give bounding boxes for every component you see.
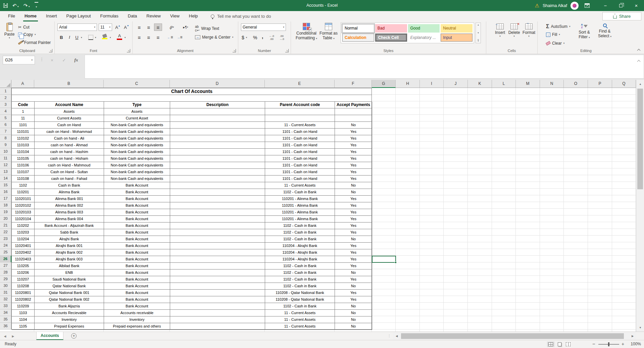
style-calculation[interactable]: Calculation <box>342 34 374 42</box>
cell-A29[interactable]: 110207 <box>12 276 35 283</box>
cell-C13[interactable]: Non-bank Cash and equivalents <box>104 169 170 176</box>
zoom-slider[interactable] <box>598 344 619 345</box>
cell-F6[interactable]: No <box>335 122 372 129</box>
tell-me-box[interactable]: Tell me what you want to do <box>211 11 271 21</box>
borders-dropdown-icon[interactable]: ▾ <box>95 36 96 39</box>
row-header-22[interactable]: 22 <box>0 229 11 236</box>
cell-D29[interactable] <box>170 276 265 283</box>
cell-A24[interactable]: 11020401 <box>12 243 35 249</box>
cell-D23[interactable] <box>170 236 265 243</box>
insert-function-icon[interactable]: fx <box>71 56 81 64</box>
row-header-18[interactable]: 18 <box>0 202 11 209</box>
cell-C35[interactable]: Inventory <box>104 316 170 323</box>
column-header-H[interactable]: H <box>396 80 420 88</box>
formula-bar-expand-icon[interactable] <box>637 60 641 62</box>
gallery-more-icon[interactable]: ▾ <box>478 39 479 42</box>
cell-A4[interactable]: 1 <box>12 108 35 115</box>
cell-D21[interactable] <box>170 222 265 229</box>
cell-B8[interactable]: Cash on hand - Ali <box>35 135 104 142</box>
number-format-select[interactable]: General▾ <box>241 23 286 31</box>
format-cells-button[interactable]: ↔ Format▾ <box>522 23 536 38</box>
cell-B32[interactable]: Qatar National Bank 002 <box>35 296 104 303</box>
cell-D17[interactable] <box>170 196 265 202</box>
cell-E20[interactable]: 110201 - Alinma Bank <box>265 216 335 222</box>
scroll-left-icon[interactable]: ◀ <box>393 332 400 340</box>
menu-tab-formulas[interactable]: Formulas <box>96 11 123 21</box>
format-dropdown-icon[interactable]: ▾ <box>528 35 530 38</box>
style-check-cell[interactable]: Check Cell <box>375 34 407 42</box>
align-center-button[interactable]: ≡ <box>145 34 153 41</box>
cell-B22[interactable]: Sabb Bank <box>35 229 104 236</box>
cell-A34[interactable]: 1103 <box>12 310 35 316</box>
menu-tab-view[interactable]: View <box>165 11 184 21</box>
cell-B28[interactable]: ENB <box>35 269 104 276</box>
cell-B35[interactable]: Inventory <box>35 316 104 323</box>
cell-C34[interactable]: Accounts receivable <box>104 310 170 316</box>
cell-A8[interactable]: 110102 <box>12 135 35 142</box>
cell-F26[interactable]: Yes <box>335 256 372 263</box>
cell-B30[interactable]: Qatar National Bank <box>35 283 104 290</box>
cell-A15[interactable]: 1102 <box>12 182 35 189</box>
cell-F25[interactable]: Yes <box>335 249 372 256</box>
cell-D7[interactable] <box>170 129 265 135</box>
cell-C4[interactable]: Assets <box>104 108 170 115</box>
clear-button[interactable]: Clear▾ <box>546 41 564 46</box>
number-format-dropdown-icon[interactable]: ▾ <box>283 26 284 29</box>
cell-D6[interactable] <box>170 122 265 129</box>
cell-D34[interactable] <box>170 310 265 316</box>
cell-D9[interactable] <box>170 142 265 149</box>
autosum-dropdown-icon[interactable]: ▾ <box>569 25 571 28</box>
column-header-D[interactable]: D <box>170 80 265 88</box>
prev-sheet-icon[interactable]: ◀ <box>1 332 9 340</box>
grow-font-button[interactable]: A▲ <box>114 23 122 31</box>
column-header-G[interactable]: G <box>372 80 396 88</box>
column-header-L[interactable]: L <box>492 80 516 88</box>
cell-C6[interactable]: Non-bank Cash and equivalents <box>104 122 170 129</box>
cell-D33[interactable] <box>170 303 265 310</box>
menu-tab-review[interactable]: Review <box>142 11 165 21</box>
increase-indent-button[interactable]: →≡ <box>176 34 184 41</box>
cell-B5[interactable]: Current Assets <box>35 115 104 122</box>
fill-handle[interactable] <box>395 261 397 263</box>
row-header-31[interactable]: 31 <box>0 289 11 296</box>
cell-A23[interactable]: 110204 <box>12 236 35 243</box>
row-header-7[interactable]: 7 <box>0 128 11 135</box>
cell-A28[interactable]: 110206 <box>12 269 35 276</box>
cell-B31[interactable]: Qatar National Bank 001 <box>35 290 104 296</box>
zoom-slider-thumb[interactable] <box>608 342 609 346</box>
cell-D25[interactable] <box>170 249 265 256</box>
menu-tab-data[interactable]: Data <box>123 11 142 21</box>
row-header-4[interactable]: 4 <box>0 108 11 115</box>
row-header-25[interactable]: 25 <box>0 249 11 256</box>
decrease-indent-button[interactable]: ←≡ <box>166 34 174 41</box>
scroll-right-icon[interactable]: ▶ <box>629 332 636 340</box>
cell-C36[interactable]: Prepaid expenses and others <box>104 323 170 330</box>
zoom-level[interactable]: 100% <box>627 340 641 348</box>
zoom-in-icon[interactable]: + <box>622 340 624 348</box>
menu-tab-home[interactable]: Home <box>20 11 41 21</box>
column-header-I[interactable]: I <box>420 80 444 88</box>
bold-button[interactable]: B <box>57 34 65 41</box>
cell-E35[interactable]: 11 - Current Assets <box>265 316 335 323</box>
row-header-21[interactable]: 21 <box>0 222 11 229</box>
column-header-M[interactable]: M <box>516 80 540 88</box>
cell-F17[interactable]: Yes <box>335 196 372 202</box>
cell-B24[interactable]: Alrajhi Bank 001 <box>35 243 104 249</box>
font-color-button[interactable]: A <box>115 33 124 41</box>
style-normal[interactable]: Normal <box>342 24 374 33</box>
cell-B4[interactable]: Assets <box>35 108 104 115</box>
ribbon-display-options-icon[interactable] <box>585 3 590 8</box>
row-header-29[interactable]: 29 <box>0 276 11 283</box>
cell-A13[interactable]: 110107 <box>12 169 35 176</box>
row-header-6[interactable]: 6 <box>0 121 11 128</box>
row-header-33[interactable]: 33 <box>0 303 11 309</box>
cell-F27[interactable]: Yes <box>335 263 372 269</box>
style-bad[interactable]: Bad <box>375 24 407 33</box>
cell-B33[interactable]: Bank Aljazria <box>35 303 104 310</box>
horizontal-scrollbar[interactable]: ◀ ▶ <box>393 332 636 340</box>
cell-B18[interactable]: Alinma Bank 002 <box>35 202 104 209</box>
percent-style-button[interactable]: % <box>253 35 257 40</box>
cell-E19[interactable]: 110201 - Alinma Bank <box>265 209 335 216</box>
new-sheet-icon[interactable]: + <box>71 333 77 339</box>
cell-F21[interactable]: Yes <box>335 222 372 229</box>
